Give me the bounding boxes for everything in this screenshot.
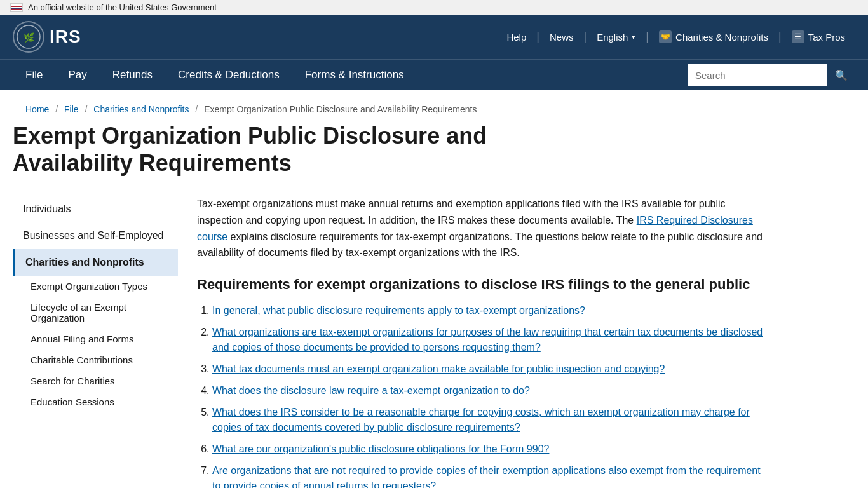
main-nav-links: File Pay Refunds Credits & Deductions Fo… bbox=[13, 60, 688, 90]
irs-emblem: 🌿 bbox=[13, 21, 44, 53]
sidebar-item-charities[interactable]: Charities and Nonprofits bbox=[13, 249, 178, 276]
help-link[interactable]: Help bbox=[496, 27, 536, 48]
questions-list: In general, what public disclosure requi… bbox=[197, 303, 769, 488]
sidebar: Individuals Businesses and Self-Employed… bbox=[13, 196, 178, 412]
nav-credits-deductions[interactable]: Credits & Deductions bbox=[165, 60, 292, 90]
official-banner: An official website of the United States… bbox=[0, 0, 868, 15]
page-title: Exempt Organization Public Disclosure an… bbox=[13, 122, 521, 177]
tax-pros-icon: ☰ bbox=[792, 30, 804, 43]
english-language-link[interactable]: English ▾ bbox=[587, 27, 646, 48]
irs-logo-text: IRS bbox=[50, 27, 81, 47]
nav-refunds[interactable]: Refunds bbox=[100, 60, 165, 90]
breadcrumb: Home / File / Charities and Nonprofits /… bbox=[13, 97, 855, 122]
sidebar-subitem-charitable-contributions[interactable]: Charitable Contributions bbox=[13, 349, 178, 370]
nav-forms-instructions[interactable]: Forms & Instructions bbox=[292, 60, 417, 90]
page-content: Home / File / Charities and Nonprofits /… bbox=[0, 90, 868, 488]
breadcrumb-file[interactable]: File bbox=[64, 104, 79, 114]
question-1-link[interactable]: In general, what public disclosure requi… bbox=[212, 305, 585, 316]
search-box: 🔍 bbox=[688, 64, 855, 86]
list-item: What does the disclosure law require a t… bbox=[212, 383, 769, 398]
sidebar-subitem-search-charities[interactable]: Search for Charities bbox=[13, 370, 178, 391]
official-banner-text: An official website of the United States… bbox=[28, 3, 217, 12]
list-item: What organizations are tax-exempt organi… bbox=[212, 325, 769, 355]
breadcrumb-charities[interactable]: Charities and Nonprofits bbox=[93, 104, 189, 114]
question-7-link[interactable]: Are organizations that are not required … bbox=[212, 465, 761, 488]
us-flag-icon bbox=[10, 3, 23, 12]
search-container: 🔍 bbox=[688, 64, 855, 86]
charities-nonprofits-link[interactable]: 🤝 Charities & Nonprofits bbox=[649, 25, 778, 48]
search-button[interactable]: 🔍 bbox=[827, 64, 855, 86]
list-item: In general, what public disclosure requi… bbox=[212, 303, 769, 318]
question-6-link[interactable]: What are our organization's public discl… bbox=[212, 444, 549, 454]
section-heading: Requirements for exempt organizations to… bbox=[197, 276, 769, 293]
news-link[interactable]: News bbox=[539, 27, 584, 48]
nav-pay[interactable]: Pay bbox=[55, 60, 99, 90]
sidebar-subitem-annual-filing[interactable]: Annual Filing and Forms bbox=[13, 329, 178, 349]
breadcrumb-home[interactable]: Home bbox=[25, 104, 49, 114]
sidebar-item-businesses[interactable]: Businesses and Self-Employed bbox=[13, 222, 178, 249]
top-utility-nav: Help | News | English ▾ | 🤝 Charities & … bbox=[496, 25, 855, 48]
question-3-link[interactable]: What tax documents must an exempt organi… bbox=[212, 363, 665, 374]
list-item: What tax documents must an exempt organi… bbox=[212, 362, 769, 377]
chevron-down-icon: ▾ bbox=[632, 33, 635, 41]
sidebar-item-individuals[interactable]: Individuals bbox=[13, 196, 178, 222]
sidebar-subitem-lifecycle[interactable]: Lifecycle of an Exempt Organization bbox=[13, 297, 178, 329]
question-5-link[interactable]: What does the IRS consider to be a reaso… bbox=[212, 407, 750, 433]
charities-icon: 🤝 bbox=[659, 30, 672, 43]
sidebar-subitem-education-sessions[interactable]: Education Sessions bbox=[13, 391, 178, 412]
question-4-link[interactable]: What does the disclosure law require a t… bbox=[212, 385, 530, 396]
search-input[interactable] bbox=[688, 65, 827, 86]
search-icon: 🔍 bbox=[835, 70, 848, 81]
list-item: Are organizations that are not required … bbox=[212, 463, 769, 488]
tax-pros-link[interactable]: ☰ Tax Pros bbox=[782, 25, 855, 48]
content-layout: Individuals Businesses and Self-Employed… bbox=[13, 196, 855, 488]
breadcrumb-current: Exempt Organization Public Disclosure an… bbox=[204, 104, 477, 114]
nav-file[interactable]: File bbox=[13, 60, 55, 90]
svg-text:🌿: 🌿 bbox=[24, 32, 35, 43]
sidebar-subitem-exempt-types[interactable]: Exempt Organization Types bbox=[13, 276, 178, 297]
main-nav: File Pay Refunds Credits & Deductions Fo… bbox=[0, 59, 868, 90]
breadcrumb-sep-3: / bbox=[195, 104, 198, 114]
main-content: Tax-exempt organizations must make annua… bbox=[197, 196, 769, 488]
list-item: What are our organization's public discl… bbox=[212, 442, 769, 457]
irs-logo[interactable]: 🌿 IRS bbox=[13, 21, 81, 53]
question-2-link[interactable]: What organizations are tax-exempt organi… bbox=[212, 327, 763, 353]
list-item: What does the IRS consider to be a reaso… bbox=[212, 405, 769, 435]
top-header: 🌿 IRS Help | News | English ▾ | 🤝 Charit… bbox=[0, 15, 868, 59]
intro-paragraph: Tax-exempt organizations must make annua… bbox=[197, 196, 769, 261]
breadcrumb-sep-1: / bbox=[55, 104, 58, 114]
breadcrumb-sep-2: / bbox=[85, 104, 87, 114]
